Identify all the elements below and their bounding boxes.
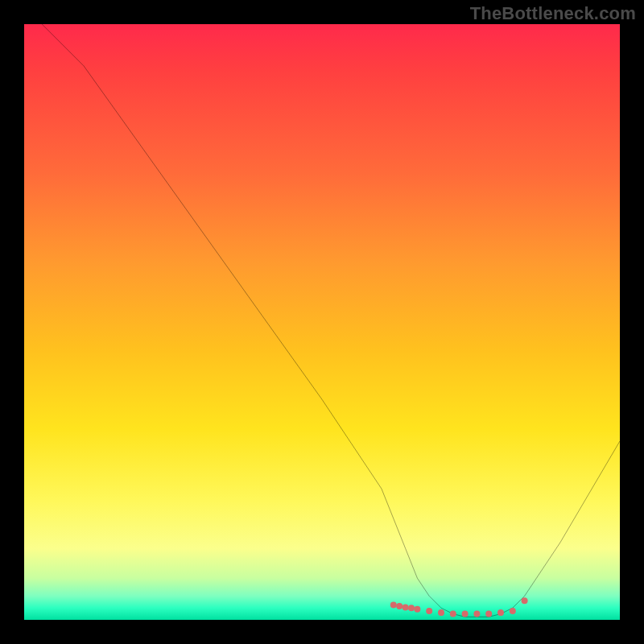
marker-dot (426, 608, 432, 614)
marker-dot (473, 611, 480, 617)
marker-dot (522, 597, 528, 604)
marker-dot (462, 611, 469, 617)
chart-curve (42, 24, 620, 617)
marker-dot (390, 602, 397, 609)
chart-svg (24, 24, 620, 620)
marker-dot (396, 603, 402, 609)
marker-dot (497, 609, 504, 616)
marker-dot (450, 611, 456, 617)
marker-dot (438, 609, 444, 616)
marker-dot (414, 606, 420, 613)
chart-markers (390, 597, 528, 617)
marker-dot (510, 608, 516, 614)
plot-area (24, 24, 620, 620)
marker-dot (402, 604, 409, 610)
marker-dot (485, 611, 492, 617)
marker-dot (408, 605, 415, 611)
watermark-text: TheBottleneck.com (470, 3, 636, 24)
chart-frame: TheBottleneck.com (0, 0, 644, 644)
